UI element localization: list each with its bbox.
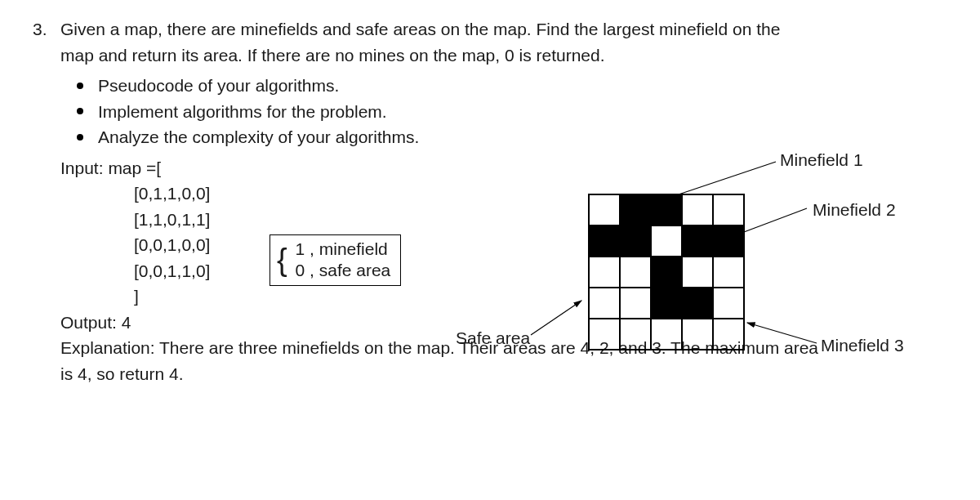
arrows — [0, 0, 980, 403]
svg-line-1 — [662, 162, 776, 200]
svg-line-3 — [747, 323, 817, 343]
svg-line-2 — [731, 208, 807, 237]
svg-line-4 — [531, 301, 581, 335]
